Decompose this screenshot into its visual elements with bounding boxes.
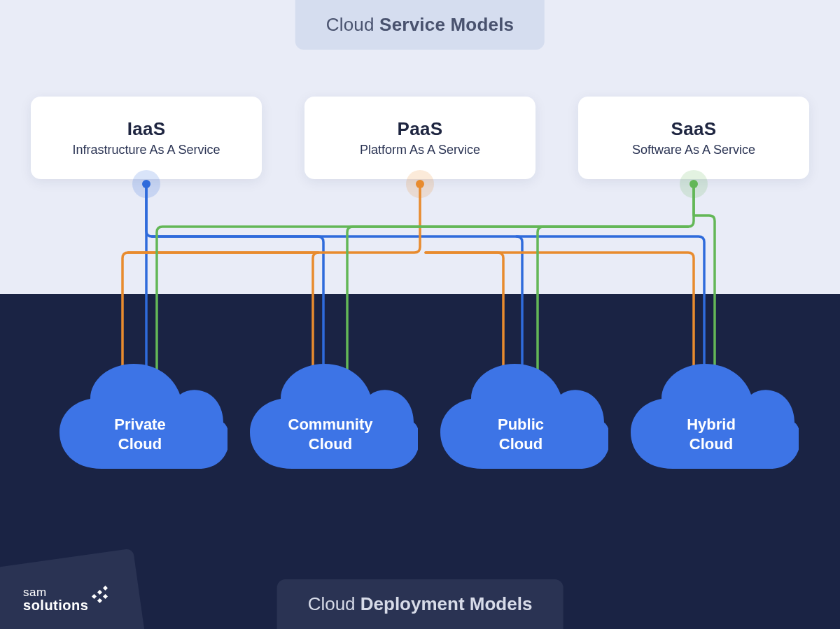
logo-line2: solutions [23, 598, 88, 613]
logo-text: sam solutions [23, 586, 88, 612]
top-title-prefix: Cloud [326, 14, 379, 35]
top-title-bold: Service Models [379, 14, 514, 35]
card-iaas: IaaS Infrastructure As A Service [31, 97, 262, 179]
bottom-title-bold: Deployment Models [360, 593, 533, 614]
top-title-pill: Cloud Service Models [295, 0, 545, 50]
bottom-title-prefix: Cloud [308, 593, 360, 614]
cloud-public-label: Public Cloud [498, 415, 544, 476]
cloud-hybrid-label: Hybrid Cloud [687, 415, 736, 476]
card-iaas-acronym: IaaS [127, 118, 166, 140]
card-iaas-subtitle: Infrastructure As A Service [72, 143, 220, 157]
card-paas-subtitle: Platform As A Service [360, 143, 480, 157]
card-paas-acronym: PaaS [398, 118, 443, 140]
cloud-private: Private Cloud [52, 357, 227, 476]
card-saas-acronym: SaaS [671, 118, 717, 140]
card-paas: PaaS Platform As A Service [304, 97, 536, 179]
logo-dots-icon [92, 585, 110, 603]
card-saas: SaaS Software As A Service [578, 97, 809, 179]
cloud-public: Public Cloud [433, 357, 608, 476]
cloud-community-label: Community Cloud [288, 415, 373, 476]
card-saas-subtitle: Software As A Service [632, 143, 755, 157]
cloud-private-label: Private Cloud [114, 415, 165, 476]
bottom-title-pill: Cloud Deployment Models [277, 579, 564, 629]
cloud-community: Community Cloud [243, 357, 418, 476]
cloud-hybrid: Hybrid Cloud [624, 357, 799, 476]
